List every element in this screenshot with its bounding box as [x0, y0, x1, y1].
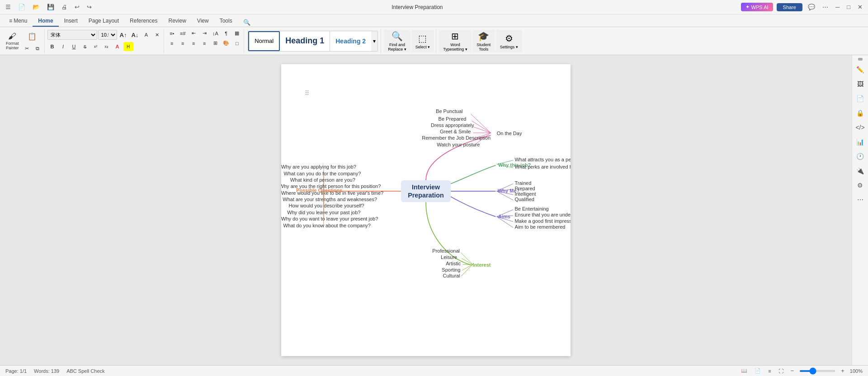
sort-button[interactable]: ↕A	[210, 29, 220, 38]
font-family-select[interactable]: 宋体	[47, 30, 97, 40]
word-typesetting-button[interactable]: ⊞ WordTypesetting ▾	[439, 30, 472, 52]
scroll-up-icon[interactable]	[858, 58, 863, 61]
q8-text: Why did you leave your past job?	[287, 210, 360, 215]
comment-icon[interactable]: 💬	[806, 3, 817, 11]
new-doc-icon[interactable]: 📄	[16, 3, 27, 11]
numbering-button[interactable]: ≡#	[178, 29, 188, 38]
menu-icon[interactable]: ☰	[4, 3, 13, 11]
select-button[interactable]: ⬚ Select ▾	[411, 30, 434, 52]
prepared-text: Be Prepared	[439, 116, 467, 122]
style-heading1[interactable]: Heading 1	[280, 31, 330, 51]
read-mode-icon[interactable]: 📖	[739, 367, 749, 375]
main-area: ⠿ Interview Preparation On the Day Be Pu…	[0, 55, 868, 365]
student-tools-button[interactable]: 🎓 StudentTools	[472, 30, 495, 52]
clear-format-button[interactable]: ✕	[152, 30, 162, 39]
highlight-button[interactable]: H	[123, 42, 133, 51]
professional-text: Professional	[432, 248, 460, 254]
bullets-button[interactable]: ≡•	[167, 29, 177, 38]
entertaining-text: Be Entertaining	[514, 206, 548, 212]
editing-group: 🔍 Find andReplace ▾ ⬚ Select ▾	[382, 29, 436, 53]
outdent-button[interactable]: ⇤	[189, 29, 198, 38]
align-left-button[interactable]: ≡	[167, 39, 177, 48]
tab-view[interactable]: View	[192, 16, 214, 27]
sidebar-doc-icon[interactable]: 📄	[854, 92, 867, 105]
tab-tools[interactable]: Tools	[214, 16, 238, 27]
fill-color-button[interactable]: 🎨	[221, 39, 231, 48]
zoom-level: 100%	[850, 368, 863, 374]
style-more-arrow[interactable]: ▾	[371, 31, 377, 51]
undo-icon[interactable]: ↩	[73, 3, 81, 11]
print-layout-icon[interactable]: 📄	[753, 367, 763, 375]
font-group: 宋体 10.5 A↑ A↓ A ✕ B I U S̶ x² x₂ A H	[46, 29, 165, 53]
cultural-line	[461, 264, 472, 276]
increase-font-button[interactable]: A↑	[118, 30, 129, 39]
sidebar-more2-icon[interactable]: ⋯	[854, 193, 867, 206]
more-icon[interactable]: ⋯	[821, 3, 830, 11]
cut-button[interactable]: ✂	[22, 44, 32, 53]
center-label-line2: Preparation	[408, 192, 444, 199]
tab-home[interactable]: Home	[33, 16, 58, 27]
save-icon[interactable]: 💾	[45, 3, 56, 11]
spell-check-button[interactable]: ABC Spell Check	[66, 368, 104, 374]
close-icon[interactable]: ✕	[856, 3, 864, 11]
intelligent-text: Intelligent	[514, 191, 536, 197]
redo-icon[interactable]: ↪	[85, 3, 94, 11]
share-button[interactable]: Share	[777, 3, 802, 11]
subscript-button[interactable]: x₂	[102, 42, 112, 51]
full-screen-icon[interactable]: ⛶	[777, 367, 785, 375]
dress-text: Dress appropriately	[431, 122, 474, 128]
sidebar-code-icon[interactable]: </>	[854, 121, 867, 134]
border-button[interactable]: □	[232, 39, 242, 48]
copy-button[interactable]: ⧉	[33, 44, 42, 53]
align-center-button[interactable]: ≡	[178, 39, 188, 48]
print-icon[interactable]: 🖨	[60, 3, 69, 11]
find-replace-button[interactable]: 🔍 Find andReplace ▾	[384, 30, 410, 52]
table-button[interactable]: ⊞	[210, 39, 220, 48]
sidebar-chart-icon[interactable]: 📊	[854, 136, 867, 148]
sidebar-plugin-icon[interactable]: 🔌	[854, 164, 867, 177]
sidebar-settings2-icon[interactable]: ⚙	[854, 179, 867, 192]
superscript-button[interactable]: x²	[91, 42, 101, 51]
strikethrough-button[interactable]: S̶	[80, 42, 90, 51]
format-painter-button[interactable]: 🖌 Format Painter	[4, 29, 21, 53]
interest-label: Interest	[473, 262, 491, 268]
zoom-in-button[interactable]: +	[839, 367, 846, 375]
italic-button[interactable]: I	[58, 42, 68, 51]
artistic-text: Artistic	[446, 261, 461, 266]
sidebar-image-icon[interactable]: 🖼	[854, 78, 867, 90]
maximize-icon[interactable]: □	[845, 3, 852, 11]
sidebar-pen-icon[interactable]: ✏️	[854, 63, 867, 76]
outline-view-icon[interactable]: ≡	[766, 367, 773, 375]
tab-insert[interactable]: Insert	[59, 16, 83, 27]
show-marks-button[interactable]: ¶	[221, 29, 231, 38]
remembered-text: Aim to be remembered	[514, 224, 565, 230]
style-normal[interactable]: Normal	[248, 31, 280, 51]
zoom-slider[interactable]	[799, 370, 835, 372]
tab-menu[interactable]: ≡ Menu	[4, 16, 33, 27]
wps-ai-label: WPS AI	[751, 5, 769, 10]
indent-button[interactable]: ⇥	[199, 29, 209, 38]
paste-button[interactable]: 📋	[23, 29, 41, 44]
open-icon[interactable]: 📂	[31, 3, 42, 11]
font-size-select[interactable]: 10.5	[98, 30, 117, 40]
justify-button[interactable]: ≡	[199, 39, 209, 48]
bold-button[interactable]: B	[47, 42, 57, 51]
zoom-out-button[interactable]: −	[789, 367, 796, 375]
wps-ai-button[interactable]: ✦ WPS AI	[741, 3, 773, 11]
sidebar-lock-icon[interactable]: 🔒	[854, 107, 867, 119]
settings-button[interactable]: ⚙ Settings ▾	[496, 30, 522, 52]
tab-review[interactable]: Review	[163, 16, 191, 27]
style-heading2[interactable]: Heading 2	[330, 31, 371, 51]
decrease-font-button[interactable]: A↓	[129, 30, 140, 39]
tab-page-layout[interactable]: Page Layout	[83, 16, 124, 27]
minimize-icon[interactable]: ─	[834, 3, 841, 11]
font-color-button[interactable]: A	[141, 30, 151, 39]
font-color2-button[interactable]: A	[113, 42, 123, 51]
align-right-button[interactable]: ≡	[189, 39, 198, 48]
multicol-button[interactable]: ▦	[232, 29, 242, 38]
underline-button[interactable]: U	[69, 42, 79, 51]
leisure-text: Leisure	[441, 254, 457, 260]
sidebar-history-icon[interactable]: 🕐	[854, 150, 867, 163]
search-icon[interactable]: 🔍	[241, 18, 252, 27]
tab-references[interactable]: References	[124, 16, 163, 27]
